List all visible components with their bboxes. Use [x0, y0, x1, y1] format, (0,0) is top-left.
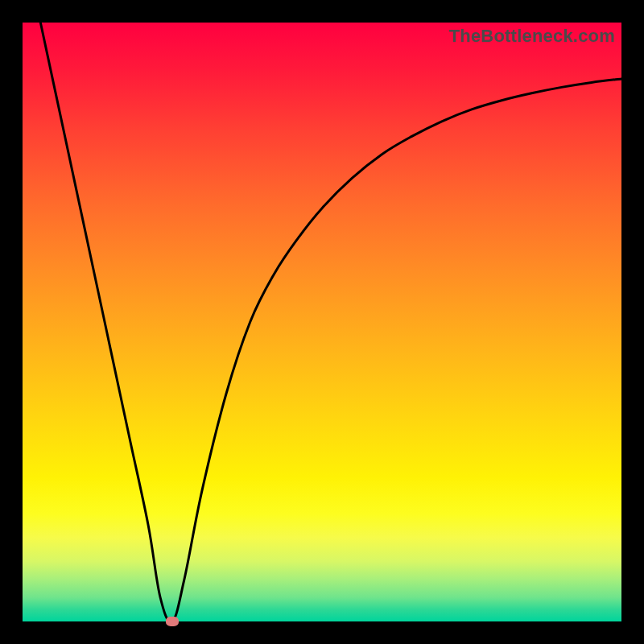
- chart-frame: TheBottleneck.com: [0, 0, 644, 644]
- bottleneck-curve: [23, 23, 621, 621]
- minimum-marker: [166, 617, 179, 626]
- plot-area: TheBottleneck.com: [23, 23, 621, 621]
